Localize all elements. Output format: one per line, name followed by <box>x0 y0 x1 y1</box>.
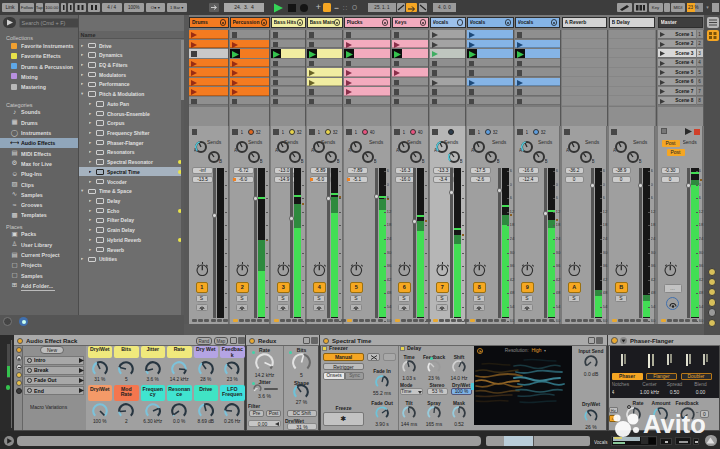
svg-text:Avito: Avito <box>643 410 706 438</box>
